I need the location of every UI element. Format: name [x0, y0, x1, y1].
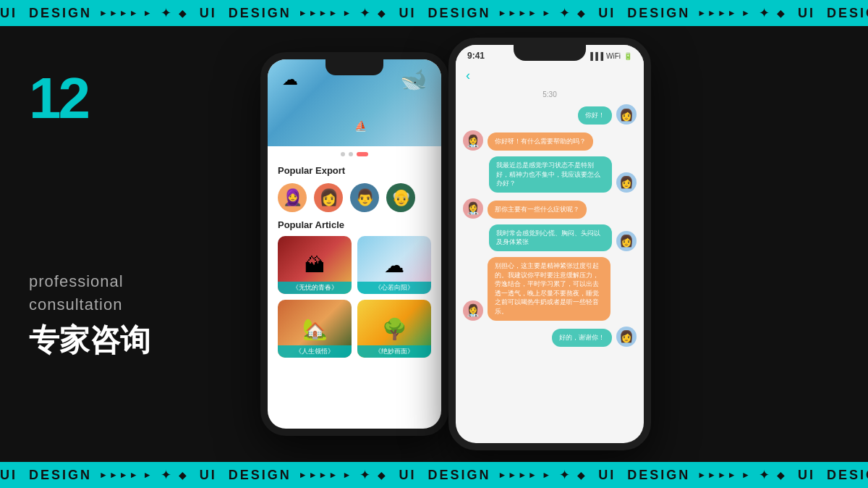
- user-avatar: 👩: [616, 104, 637, 125]
- ticker-star-2: ✦: [359, 5, 370, 21]
- ticker-star-1: ✦: [161, 5, 171, 21]
- user-avatar-2: 👩: [616, 172, 637, 193]
- chat-bubble-7: 好的，谢谢你！: [552, 329, 612, 347]
- carousel-dot-active: [357, 152, 368, 156]
- ticker-dots-3: ►►►► ►: [498, 8, 552, 18]
- phones-area: ☁ 🐋 ⛵ Popular Export 🧕 👩: [246, 26, 868, 462]
- chat-message-2: 👩‍⚕️ 你好呀！有什么需要帮助的吗？: [463, 130, 637, 151]
- phone1-wrapper: ☁ 🐋 ⛵ Popular Export 🧕 👩: [260, 52, 448, 436]
- chat-bubble-5: 我时常会感觉到心慌、胸闷、头闷以及身体紧张: [489, 224, 612, 251]
- bottom-ticker-text-1: UI DESIGN: [0, 468, 92, 483]
- status-icons: ▐▐▐ WiFi 🔋: [588, 52, 632, 60]
- popular-article-title: Popular Article: [268, 216, 441, 233]
- article-1[interactable]: 🏔 《无忧的青春》: [278, 236, 352, 294]
- popular-export-title: Popular Export: [268, 162, 441, 179]
- phone2-frame: 9:41 ▐▐▐ WiFi 🔋 ‹ 5:30: [448, 38, 651, 450]
- bottom-ticker-star-3: ✦: [559, 467, 570, 483]
- ticker-text-3: UI DESIGN: [399, 6, 490, 21]
- bottom-ticker-star-4: ✦: [759, 467, 770, 483]
- ticker-star-4: ✦: [759, 5, 770, 21]
- top-ticker-bar: UI DESIGN ►►►► ► ✦ ◆ UI DESIGN ►►►► ► ✦ …: [0, 0, 868, 26]
- consultation-text: consultation: [29, 295, 217, 314]
- article-3[interactable]: 🏡 《人生领悟》: [278, 300, 352, 358]
- carousel-dots: [268, 146, 441, 162]
- page-number: 12: [29, 70, 217, 127]
- chat-message-4: 👩‍⚕️ 那你主要有一些什么症状呢？: [463, 198, 637, 219]
- phone2-screen: 9:41 ▐▐▐ WiFi 🔋 ‹ 5:30: [456, 45, 644, 443]
- bottom-ticker-text-4: UI DESIGN: [598, 468, 690, 483]
- chat-bubble-1: 你好！: [578, 106, 612, 125]
- article-2-label: 《心若向阳》: [357, 282, 431, 294]
- bottom-ticker-diamond-3: ◆: [577, 469, 585, 481]
- avatar-3[interactable]: 👨: [350, 183, 379, 212]
- ticker-diamond-3: ◆: [577, 7, 585, 19]
- bottom-ticker-bar: UI DESIGN ►►►► ► ✦ ◆ UI DESIGN ►►►► ► ✦ …: [0, 462, 868, 488]
- bottom-ticker-text-5: UI DESIGN: [798, 468, 868, 483]
- chat-message-3: 👩 我最近总是感觉学习状态不是特别好，精神力也不集中，我应该要怎么办好？: [463, 156, 637, 193]
- phone2-wrapper: 9:41 ▐▐▐ WiFi 🔋 ‹ 5:30: [448, 38, 651, 450]
- phone1-screen: ☁ 🐋 ⛵ Popular Export 🧕 👩: [268, 59, 441, 429]
- chat-message-1: 👩 你好！: [463, 104, 637, 125]
- boat-icon: ⛵: [354, 120, 367, 132]
- ticker-item-3: UI DESIGN ►►►► ► ✦ ◆: [399, 5, 585, 21]
- avatar-2[interactable]: 👩: [314, 183, 343, 212]
- bottom-ticker-dots-4: ►►►► ►: [697, 470, 752, 480]
- articles-grid: 🏔 《无忧的青春》 ☁ 《心若向阳》 🏡 《人生领悟》 🌳: [268, 233, 441, 361]
- ticker-text-2: UI DESIGN: [200, 6, 292, 21]
- chat-bubble-3: 我最近总是感觉学习状态不是特别好，精神力也不集中，我应该要怎么办好？: [489, 156, 612, 193]
- chat-bubble-2: 你好呀！有什么需要帮助的吗？: [488, 132, 593, 151]
- main-area: 12 professional consultation 专家咨询 ☁ 🐋 ⛵: [0, 26, 868, 462]
- chat-message-5: 👩 我时常会感觉到心慌、胸闷、头闷以及身体紧张: [463, 224, 637, 251]
- counselor-avatar-1: 👩‍⚕️: [463, 130, 483, 151]
- ticker-item-5: UI DESIGN ►►►► ► ✦ ◆: [798, 5, 868, 21]
- ticker-dots-1: ►►►► ►: [99, 8, 153, 18]
- chat-bubble-4: 那你主要有一些什么症状呢？: [488, 201, 587, 219]
- avatar-4[interactable]: 👴: [386, 183, 415, 212]
- bottom-ticker-star-2: ✦: [359, 467, 370, 483]
- chat-bubble-6: 别担心，这主要是精神紧张过度引起的。我建议你平时要注意缓解压力，劳逸结合，平时学…: [488, 257, 610, 321]
- back-icon[interactable]: ‹: [466, 68, 470, 83]
- ticker-text-1: UI DESIGN: [0, 6, 92, 21]
- status-time: 9:41: [467, 51, 485, 61]
- phone1-frame: ☁ 🐋 ⛵ Popular Export 🧕 👩: [260, 52, 448, 436]
- top-ticker-content: UI DESIGN ►►►► ► ✦ ◆ UI DESIGN ►►►► ► ✦ …: [0, 5, 868, 21]
- bottom-ticker-star-1: ✦: [161, 467, 171, 483]
- bottom-ticker-dots-3: ►►►► ►: [498, 470, 552, 480]
- ticker-item: UI DESIGN ►►►► ► ✦ ◆: [0, 5, 187, 21]
- signal-icon: ▐▐▐: [588, 52, 603, 60]
- avatar-1[interactable]: 🧕: [278, 183, 307, 212]
- wifi-icon: WiFi: [606, 52, 621, 60]
- left-panel: 12 professional consultation 专家咨询: [0, 26, 246, 462]
- bottom-ticker-item-4: UI DESIGN ►►►► ► ✦ ◆: [598, 467, 785, 483]
- ticker-diamond-4: ◆: [777, 7, 785, 19]
- chat-timestamp: 5:30: [456, 88, 644, 101]
- bottom-ticker-content: UI DESIGN ►►►► ► ✦ ◆ UI DESIGN ►►►► ► ✦ …: [0, 467, 868, 483]
- bottom-ticker-diamond-1: ◆: [179, 469, 187, 481]
- counselor-avatar-3: 👩‍⚕️: [463, 300, 483, 321]
- bottom-ticker-dots-1: ►►►► ►: [99, 470, 153, 480]
- bottom-ticker-item-2: UI DESIGN ►►►► ► ✦ ◆: [200, 467, 386, 483]
- chat-message-6: 👩‍⚕️ 别担心，这主要是精神紧张过度引起的。我建议你平时要注意缓解压力，劳逸结…: [463, 257, 637, 321]
- ticker-star-3: ✦: [559, 5, 570, 21]
- user-avatar-3: 👩: [616, 231, 637, 251]
- ticker-item-2: UI DESIGN ►►►► ► ✦ ◆: [200, 5, 386, 21]
- bottom-ticker-text-2: UI DESIGN: [200, 468, 292, 483]
- carousel-dot-1: [341, 152, 345, 156]
- article-2[interactable]: ☁ 《心若向阳》: [357, 236, 431, 294]
- carousel-dot-2: [349, 152, 353, 156]
- cloud-icon: ☁: [282, 70, 298, 89]
- chat-area: 👩 你好！ 👩‍⚕️ 你好呀！有什么需要帮助的吗？ 👩 我最近总是感觉学习状态不…: [456, 101, 644, 350]
- article-4-label: 《绝妙画面》: [357, 345, 431, 358]
- article-4[interactable]: 🌳 《绝妙画面》: [357, 300, 431, 358]
- ticker-item-4: UI DESIGN ►►►► ► ✦ ◆: [598, 5, 785, 21]
- bottom-ticker-dots-2: ►►►► ►: [299, 470, 353, 480]
- ticker-text-4: UI DESIGN: [598, 6, 690, 21]
- bottom-ticker-diamond-2: ◆: [378, 469, 386, 481]
- bottom-ticker-item-5: UI DESIGN ►►►► ► ✦ ◆: [798, 467, 868, 483]
- bottom-ticker-item-3: UI DESIGN ►►►► ► ✦ ◆: [399, 467, 585, 483]
- chat-header: ‹: [456, 64, 644, 88]
- chat-message-7: 👩 好的，谢谢你！: [463, 327, 637, 347]
- bottom-ticker-text-3: UI DESIGN: [399, 468, 490, 483]
- counselor-avatar-2: 👩‍⚕️: [463, 198, 483, 219]
- chinese-title: 专家咨询: [29, 320, 217, 361]
